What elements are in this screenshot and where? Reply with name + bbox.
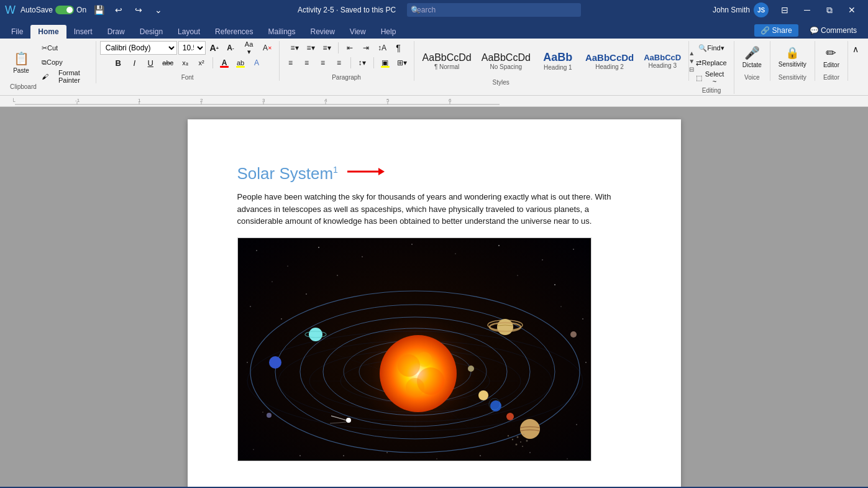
style-no-spacing[interactable]: AaBbCcDd No Spacing [477,47,535,75]
svg-text:-1: -1 [75,98,80,103]
svg-point-83 [515,443,517,445]
tab-design[interactable]: Design [132,25,170,39]
share-button[interactable]: 🔗 Share [754,24,798,37]
tab-review[interactable]: Review [303,25,342,39]
svg-point-29 [517,275,518,275]
word-icon: W [5,4,16,17]
svg-point-85 [511,438,513,440]
svg-point-30 [554,284,555,285]
increase-indent-button[interactable]: ⇥ [359,41,373,55]
minimize-button[interactable]: ─ [796,0,818,20]
text-effects-button[interactable]: A [249,56,264,70]
document-area: Solar System1 People have been watching … [0,107,868,487]
font-shrink-button[interactable]: A- [223,41,238,55]
tab-layout[interactable]: Layout [170,25,208,39]
comments-button[interactable]: 💬 Comments [803,24,863,37]
font-size-select[interactable]: 10.5 [178,41,206,55]
align-right-button[interactable]: ≡ [316,56,331,70]
tab-file[interactable]: File [4,25,30,39]
tab-references[interactable]: References [208,25,260,39]
font-name-select[interactable]: Calibri (Body) [100,41,177,55]
svg-text:1: 1 [138,98,141,103]
show-marks-button[interactable]: ¶ [391,41,406,55]
svg-point-43 [480,455,481,456]
align-left-button[interactable]: ≡ [283,56,298,70]
autosave-toggle[interactable]: AutoSave On [21,6,86,14]
tab-draw[interactable]: Draw [100,25,132,39]
svg-point-40 [299,455,301,456]
multilevel-button[interactable]: ≡▾ [319,41,334,55]
undo-button[interactable]: ↩ [111,2,126,17]
editor-button[interactable]: ✏ Editor [819,41,844,72]
svg-point-74 [520,419,540,439]
strikethrough-button[interactable]: abc [159,56,176,70]
user-info: John Smith JS [713,2,769,17]
tab-mailings[interactable]: Mailings [260,25,303,39]
print-layout-button[interactable]: 📄 [699,484,721,488]
clear-format-button[interactable]: A✕ [260,41,275,55]
close-button[interactable]: ✕ [841,0,863,20]
svg-point-27 [306,293,307,295]
editing-row3: ⬚ Select ~ [693,71,729,85]
style-normal[interactable]: AaBbCcDd ¶ Normal [418,47,476,75]
svg-point-36 [262,412,263,412]
tab-insert[interactable]: Insert [66,25,100,39]
paste-button[interactable]: 📋 Paste [7,46,35,78]
ribbon-collapse-button[interactable]: ∧ [848,42,863,56]
underline-button[interactable]: U [143,56,158,70]
svg-point-69 [468,366,474,372]
sort-button[interactable]: ↕A [375,41,390,55]
style-heading3[interactable]: AaBbCcD Heading 3 [639,47,685,75]
sensitivity-label-group: Sensitivity [779,73,806,81]
cut-button[interactable]: ✂ Cut [39,41,61,55]
numbering-button[interactable]: ≡▾ [303,41,318,55]
tab-view[interactable]: View [342,25,373,39]
decrease-indent-button[interactable]: ⇤ [342,41,357,55]
svg-point-44 [436,458,437,459]
clipboard-group: 📋 Paste ✂ Cut ⧉ Copy 🖌 Format Painter Cl… [5,41,96,83]
cut-row: ✂ Cut [39,41,93,55]
save-button[interactable]: 💾 [91,2,106,17]
title-bar-center: Activity 2-5 · Saved to this PC 🔍 [166,3,713,17]
italic-button[interactable]: I [127,56,142,70]
ruler: └ -1 1 2 3 4 5 6 [0,96,868,107]
svg-text:3: 3 [262,98,265,103]
find-button[interactable]: 🔍 Find ▾ [695,41,727,55]
ribbon-toggle-button[interactable]: ⊟ [774,0,796,20]
web-layout-button[interactable]: 🌐 [729,484,751,488]
align-center-button[interactable]: ≡ [299,56,314,70]
dictate-button[interactable]: 🎤 Dictate [738,41,766,72]
superscript-button[interactable]: x² [194,56,209,70]
paste-column: 📋 Paste [7,41,37,83]
restore-button[interactable]: ⧉ [818,0,841,20]
shading-button[interactable]: ▣ [378,56,393,70]
para-label: Paragraph [332,73,361,81]
replace-button[interactable]: ⇄ Replace [693,56,729,70]
bullets-button[interactable]: ≡▾ [287,41,302,55]
subscript-button[interactable]: x₂ [178,56,193,70]
svg-point-68 [417,352,432,367]
paste-label: Paste [13,67,29,74]
style-heading1[interactable]: AaBb Heading 1 [536,47,580,75]
style-heading2[interactable]: AaBbCcDd Heading 2 [581,47,638,75]
font-case-button[interactable]: Aa ▾ [239,41,258,55]
zoom-in-button[interactable]: + [841,484,863,488]
format-painter-button[interactable]: 🖌 Format Painter [39,70,93,83]
font-color-button[interactable]: A [217,56,232,70]
select-button[interactable]: ⬚ Select ~ [693,71,729,85]
svg-point-67 [406,378,424,397]
autosave-switch[interactable] [55,6,74,14]
tab-home[interactable]: Home [30,25,66,39]
font-grow-button[interactable]: A+ [207,41,222,55]
border-button[interactable]: ⊞▾ [394,56,410,70]
redo-button[interactable]: ↪ [131,2,146,17]
bold-button[interactable]: B [111,56,126,70]
line-spacing-button[interactable]: ↕▾ [355,56,370,70]
more-button[interactable]: ⌄ [151,2,166,17]
sensitivity-button[interactable]: 🔒 Sensitivity [774,41,811,72]
justify-button[interactable]: ≡ [332,56,347,70]
tab-help[interactable]: Help [373,25,404,39]
title-search-input[interactable] [407,3,581,17]
highlight-button[interactable]: ab [233,56,248,70]
copy-button[interactable]: ⧉ Copy [39,55,66,69]
